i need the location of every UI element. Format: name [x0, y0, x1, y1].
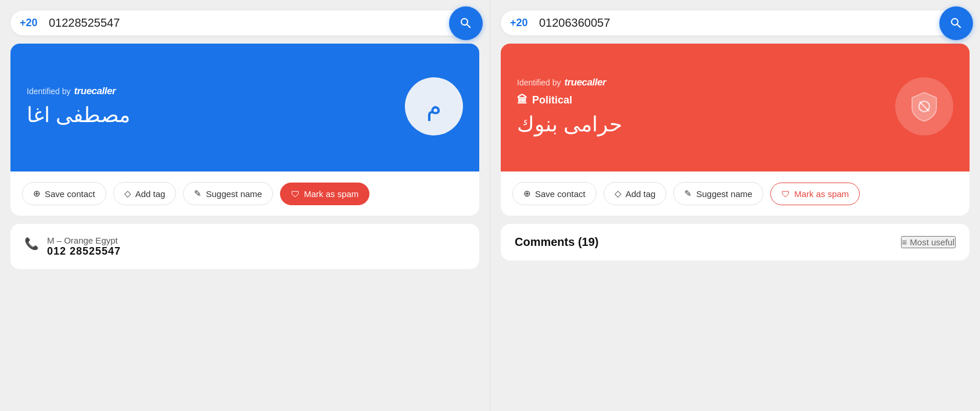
- mark-as-spam-button-right[interactable]: 🛡 Mark as spam: [770, 183, 860, 205]
- suggest-name-label-left: Suggest name: [206, 189, 262, 199]
- political-icon: 🏛: [517, 94, 527, 106]
- result-header-right: Identified by truecaller 🏛 Political حرا…: [501, 44, 970, 171]
- search-bar-left: +20 01228525547: [10, 10, 479, 35]
- phone-display-left: 012 28525547: [47, 245, 121, 258]
- most-useful-label-right: Most useful: [910, 237, 954, 247]
- action-bar-left: ⊕ Save contact ◇ Add tag ✎ Suggest name …: [10, 171, 479, 216]
- mark-as-spam-label-left: Mark as spam: [304, 189, 358, 199]
- carrier-name-left: M – Orange Egypt: [47, 235, 121, 245]
- edit-icon-right: ✎: [684, 188, 692, 199]
- result-header-left: Identified by truecaller مصطفى اغا م: [10, 44, 479, 171]
- search-icon-left: [459, 16, 473, 30]
- mark-as-spam-label-right: Mark as spam: [794, 189, 849, 199]
- save-contact-icon-left: ⊕: [33, 188, 41, 199]
- most-useful-filter-right[interactable]: ≡ Most useful: [901, 236, 956, 248]
- comments-title-right: Comments (19): [515, 235, 598, 249]
- identified-by-left: Identified by truecaller: [27, 85, 130, 97]
- save-contact-icon-right: ⊕: [523, 188, 531, 199]
- search-icon-right: [949, 16, 963, 30]
- spam-badge-right: 🏛 Political: [517, 94, 622, 106]
- contact-info-card-left: 📞 M – Orange Egypt 012 28525547: [10, 224, 479, 269]
- add-tag-button-left[interactable]: ◇ Add tag: [113, 182, 177, 205]
- filter-icon-right: ≡: [902, 237, 907, 247]
- save-contact-label-left: Save contact: [45, 189, 95, 199]
- phone-number-left: 01228525547: [49, 16, 470, 30]
- phone-number-right: 01206360057: [539, 16, 960, 30]
- comments-card-right: Comments (19) ≡ Most useful: [501, 224, 970, 260]
- add-tag-label-right: Add tag: [626, 189, 656, 199]
- tag-icon-right: ◇: [615, 188, 622, 199]
- result-card-left: Identified by truecaller مصطفى اغا م ⊕ S…: [10, 44, 479, 216]
- tag-icon-left: ◇: [124, 188, 131, 199]
- suggest-name-label-right: Suggest name: [696, 189, 752, 199]
- search-button-right[interactable]: [939, 6, 973, 40]
- spam-type-label: Political: [532, 94, 572, 106]
- suggest-name-button-left[interactable]: ✎ Suggest name: [183, 182, 273, 205]
- left-panel: +20 01228525547 Identified by truecaller…: [0, 0, 490, 411]
- add-tag-label-left: Add tag: [135, 189, 166, 199]
- contact-name-left: مصطفى اغا: [27, 103, 130, 127]
- country-code-right: +20: [510, 17, 533, 29]
- result-info-left: Identified by truecaller مصطفى اغا: [27, 85, 130, 127]
- result-info-right: Identified by truecaller 🏛 Political حرا…: [517, 77, 622, 137]
- right-panel: +20 01206360057 Identified by truecaller…: [490, 0, 980, 411]
- result-card-right: Identified by truecaller 🏛 Political حرا…: [501, 44, 970, 216]
- save-contact-button-right[interactable]: ⊕ Save contact: [512, 182, 597, 205]
- country-code-left: +20: [20, 17, 43, 29]
- truecaller-logo-left: truecaller: [74, 85, 116, 97]
- truecaller-logo-right: truecaller: [565, 77, 606, 88]
- contact-details-left: M – Orange Egypt 012 28525547: [47, 235, 121, 258]
- shield-icon-right: [907, 89, 942, 124]
- spam-icon-right: 🛡: [781, 189, 790, 199]
- comments-header-right: Comments (19) ≡ Most useful: [515, 235, 956, 249]
- identified-by-right: Identified by truecaller: [517, 77, 622, 88]
- action-bar-right: ⊕ Save contact ◇ Add tag ✎ Suggest name …: [501, 171, 970, 216]
- search-bar-right: +20 01206360057: [501, 10, 970, 35]
- contact-name-right: حرامى بنوك: [517, 112, 622, 137]
- mark-as-spam-button-left[interactable]: 🛡 Mark as spam: [280, 183, 369, 205]
- shield-avatar-right: [895, 77, 953, 135]
- spam-icon-left: 🛡: [291, 189, 300, 199]
- save-contact-label-right: Save contact: [535, 189, 586, 199]
- search-button-left[interactable]: [449, 6, 483, 40]
- add-tag-button-right[interactable]: ◇ Add tag: [604, 182, 667, 205]
- phone-icon-left: 📞: [24, 237, 39, 251]
- contact-info-row-left: 📞 M – Orange Egypt 012 28525547: [24, 235, 465, 258]
- edit-icon-left: ✎: [194, 188, 202, 199]
- save-contact-button-left[interactable]: ⊕ Save contact: [22, 182, 106, 205]
- suggest-name-button-right[interactable]: ✎ Suggest name: [673, 182, 763, 205]
- avatar-left: م: [405, 77, 463, 135]
